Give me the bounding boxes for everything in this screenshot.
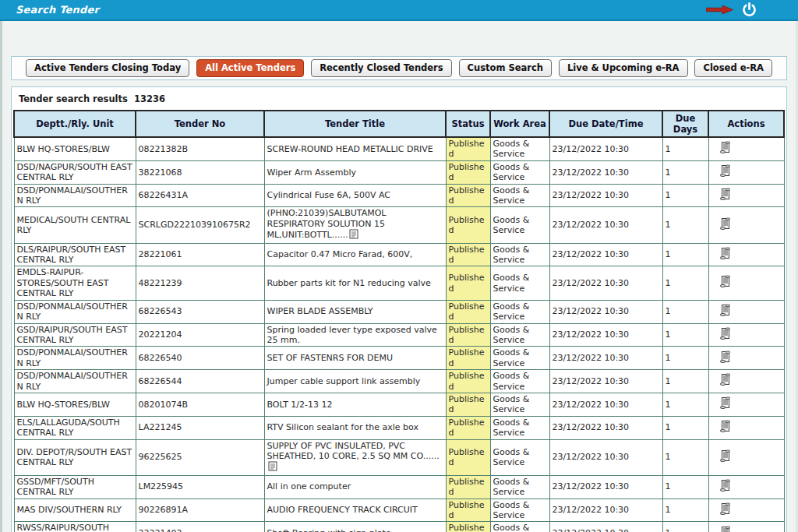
tab-live-upcoming-era[interactable]: Live & Upcoming e-RA <box>559 59 688 77</box>
cell-due-date-time: 23/12/2022 10:30 <box>549 207 662 243</box>
cell-tender-no: 38221068 <box>136 160 264 184</box>
cell-dept-unit: BLW HQ-STORES/BLW <box>14 137 136 160</box>
more-details-doc-icon[interactable] <box>349 229 358 241</box>
view-tender-scroll-icon[interactable] <box>719 164 731 180</box>
table-row: DSD/PONMALAI/SOUTHERN RLY 68226544 Jumpe… <box>14 370 784 393</box>
cell-tender-no: LM225945 <box>136 475 264 499</box>
view-tender-scroll-icon[interactable] <box>719 304 731 319</box>
cell-due-days: 1 <box>662 137 708 160</box>
cell-tender-no: 68226431A <box>136 184 264 207</box>
view-tender-scroll-icon[interactable] <box>719 275 731 291</box>
cell-work-area: Goods & Service <box>490 499 549 522</box>
cell-dept-unit: DSD/PONMALAI/SOUTHERN RLY <box>14 184 136 207</box>
cell-due-days: 1 <box>662 207 708 243</box>
view-tender-scroll-icon[interactable] <box>719 526 731 532</box>
view-tender-scroll-icon[interactable] <box>719 373 731 389</box>
cell-tender-title: RTV Silicon sealant for the axle box <box>264 416 446 439</box>
cell-work-area: Goods & Service <box>490 393 549 416</box>
top-title-bar: Search Tender <box>0 0 798 21</box>
cell-actions <box>708 243 784 266</box>
cell-status: Published <box>446 499 490 522</box>
cell-status: Published <box>446 137 490 160</box>
view-tender-scroll-icon[interactable] <box>719 188 731 203</box>
cell-due-days: 1 <box>662 499 708 522</box>
table-row: EMDLS-RAIPUR-STORES/SOUTH EAST CENTRAL R… <box>14 266 784 300</box>
cell-due-date-time: 23/12/2022 10:30 <box>549 323 662 347</box>
table-row: DSD/PONMALAI/SOUTHERN RLY 68226543 WIPER… <box>14 300 784 323</box>
cell-dept-unit: GSD/RAIPUR/SOUTH EAST CENTRAL RLY <box>14 323 136 347</box>
table-header-row: Deptt./Rly. Unit Tender No Tender Title … <box>14 111 784 137</box>
table-row: RWSS/RAIPUR/SOUTH EAST CENTRAL RLY 22221… <box>14 522 784 532</box>
tab-closed-era[interactable]: Closed e-RA <box>694 59 772 77</box>
cell-tender-title: BOLT 1/2-13 12 <box>264 393 446 416</box>
cell-actions <box>708 207 784 243</box>
cell-due-days: 1 <box>662 416 708 439</box>
table-row: BLW HQ-STORES/BLW 08221382B SCREW-ROUND … <box>14 137 784 160</box>
col-header-due-days: Due Days <box>662 111 708 137</box>
cell-status: Published <box>446 522 490 532</box>
cell-due-days: 1 <box>662 266 708 300</box>
view-tender-scroll-icon[interactable] <box>719 502 731 518</box>
cell-status: Published <box>446 393 490 416</box>
view-tender-scroll-icon[interactable] <box>719 327 731 343</box>
cell-status: Published <box>446 439 490 475</box>
cell-due-date-time: 23/12/2022 10:30 <box>549 393 662 416</box>
cell-status: Published <box>446 184 490 207</box>
cell-work-area: Goods & Service <box>490 184 549 207</box>
cell-tender-no: 68226544 <box>136 370 264 393</box>
cell-due-date-time: 23/12/2022 10:30 <box>549 416 662 439</box>
cell-due-date-time: 23/12/2022 10:30 <box>549 137 662 160</box>
col-header-tender-title: Tender Title <box>264 111 446 137</box>
cell-tender-title: SUPPLY OF PVC INSULATED, PVC SHEATHED, 1… <box>264 439 446 475</box>
cell-actions <box>708 137 784 160</box>
cell-actions <box>708 522 784 532</box>
view-tender-scroll-icon[interactable] <box>719 247 731 262</box>
table-row: MAS DIV/SOUTHERN RLY 90226891A AUDIO FRE… <box>14 499 784 522</box>
view-tender-scroll-icon[interactable] <box>719 449 731 465</box>
tender-results-table: Deptt./Rly. Unit Tender No Tender Title … <box>13 110 785 532</box>
cell-dept-unit: DSD/PONMALAI/SOUTHERN RLY <box>14 300 136 323</box>
cell-tender-no: 68226543 <box>136 300 264 323</box>
view-tender-scroll-icon[interactable] <box>719 479 731 495</box>
cell-actions <box>708 416 784 439</box>
cell-status: Published <box>446 416 490 439</box>
cell-due-days: 1 <box>662 370 708 393</box>
view-tender-scroll-icon[interactable] <box>719 141 731 157</box>
view-tender-scroll-icon[interactable] <box>719 351 731 366</box>
cell-due-days: 1 <box>662 323 708 347</box>
view-tender-scroll-icon[interactable] <box>719 217 731 233</box>
more-details-doc-icon[interactable] <box>268 461 277 474</box>
power-icon[interactable] <box>741 2 757 18</box>
view-tender-scroll-icon[interactable] <box>719 396 731 412</box>
cell-work-area: Goods & Service <box>490 475 549 499</box>
cell-tender-no: 20221204 <box>136 323 264 347</box>
cell-actions <box>708 266 784 300</box>
col-header-work-area: Work Area <box>490 111 549 137</box>
cell-work-area: Goods & Service <box>490 522 549 532</box>
tab-custom-search[interactable]: Custom Search <box>459 59 552 77</box>
col-header-status: Status <box>446 111 490 137</box>
table-row: BLW HQ-STORES/BLW 08201074B BOLT 1/2-13 … <box>14 393 784 416</box>
cell-due-days: 1 <box>662 393 708 416</box>
cell-work-area: Goods & Service <box>490 416 549 439</box>
cell-tender-title: Spring loaded lever type exposed valve 2… <box>264 323 446 347</box>
tab-all-active-tenders[interactable]: All Active Tenders <box>196 59 304 77</box>
cell-work-area: Goods & Service <box>490 323 549 347</box>
cell-actions <box>708 184 784 207</box>
tab-recently-closed-tenders[interactable]: Recently Closed Tenders <box>311 59 451 77</box>
col-header-tender-no: Tender No <box>136 111 264 137</box>
tab-active-tenders-closing-today[interactable]: Active Tenders Closing Today <box>26 59 189 77</box>
cell-tender-title: Rubber parts kit for N1 reducing valve <box>264 266 446 300</box>
cell-due-date-time: 23/12/2022 10:30 <box>549 184 662 207</box>
cell-actions <box>708 300 784 323</box>
cell-tender-title: AUDIO FREQUENCY TRACK CIRCUIT <box>264 499 446 522</box>
cell-tender-no: 68226540 <box>136 347 264 370</box>
col-header-actions: Actions <box>708 111 784 137</box>
col-header-due-date-time: Due Date/Time <box>549 111 662 137</box>
cell-tender-no: 08201074B <box>136 393 264 416</box>
cell-work-area: Goods & Service <box>490 137 549 160</box>
cell-dept-unit: DSD/PONMALAI/SOUTHERN RLY <box>14 347 136 370</box>
cell-tender-no: LA221245 <box>136 416 264 439</box>
cell-actions <box>708 393 784 416</box>
view-tender-scroll-icon[interactable] <box>719 420 731 435</box>
